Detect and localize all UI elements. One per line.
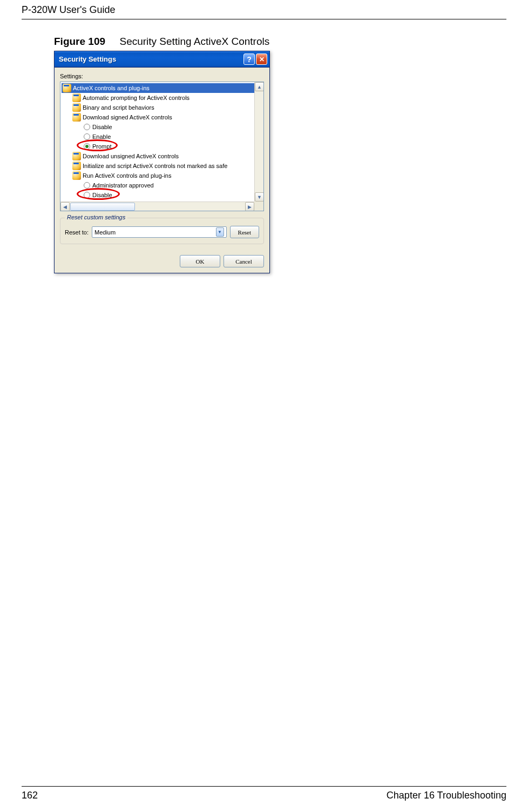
cancel-button-label: Cancel bbox=[235, 258, 252, 265]
cancel-button[interactable]: Cancel bbox=[224, 255, 264, 267]
tree-item-label: Binary and script behaviors bbox=[83, 104, 154, 111]
reset-button[interactable]: Reset bbox=[230, 226, 259, 238]
dialog-body: Settings: ActiveX controls and plug-ins … bbox=[55, 68, 269, 249]
help-button[interactable]: ? bbox=[243, 53, 255, 65]
tree-root-label: ActiveX controls and plug-ins bbox=[73, 85, 150, 91]
tree-item-label: Initialize and script ActiveX controls n… bbox=[83, 163, 227, 169]
figure-label: Figure 109 bbox=[54, 36, 105, 47]
scroll-right-icon[interactable]: ▶ bbox=[245, 202, 254, 211]
settings-label: Settings: bbox=[60, 73, 264, 79]
gear-icon bbox=[72, 152, 81, 160]
radio-option-prompt[interactable]: Prompt bbox=[62, 142, 254, 151]
scroll-left-icon[interactable]: ◀ bbox=[60, 202, 70, 211]
titlebar-buttons: ? ✕ bbox=[243, 53, 267, 65]
guide-title: P-320W User's Guide bbox=[22, 4, 116, 15]
gear-icon bbox=[72, 103, 81, 112]
gear-icon bbox=[72, 93, 81, 102]
radio-option[interactable]: Disable bbox=[62, 190, 254, 200]
figure-title: Security Setting ActiveX Controls bbox=[119, 36, 269, 47]
reset-to-combo[interactable]: Medium ▼ bbox=[92, 226, 227, 238]
vertical-scrollbar[interactable]: ▲ ▼ bbox=[254, 82, 263, 202]
scroll-corner bbox=[254, 202, 263, 211]
ok-button[interactable]: OK bbox=[180, 255, 220, 267]
gear-icon bbox=[72, 171, 81, 180]
reset-to-label: Reset to: bbox=[65, 229, 89, 236]
radio-label: Disable bbox=[92, 124, 112, 130]
tree-root[interactable]: ActiveX controls and plug-ins bbox=[62, 83, 254, 93]
close-button[interactable]: ✕ bbox=[256, 53, 267, 65]
gear-icon bbox=[72, 113, 81, 122]
radio-label: Disable bbox=[92, 192, 112, 198]
gear-icon bbox=[63, 84, 71, 92]
chevron-down-icon: ▼ bbox=[216, 227, 224, 237]
tree-item[interactable]: Binary and script behaviors bbox=[62, 103, 254, 112]
horizontal-scrollbar[interactable]: ◀ ▶ bbox=[60, 202, 263, 211]
tree-item[interactable]: Download unsigned ActiveX controls bbox=[62, 151, 254, 161]
page-header: P-320W User's Guide bbox=[22, 0, 506, 19]
settings-tree[interactable]: ActiveX controls and plug-ins Automatic … bbox=[60, 82, 264, 211]
chapter-title: Chapter 16 Troubleshooting bbox=[387, 790, 506, 801]
tree-content: ActiveX controls and plug-ins Automatic … bbox=[60, 82, 254, 202]
tree-item-label: Download unsigned ActiveX controls bbox=[83, 153, 179, 159]
scroll-up-icon[interactable]: ▲ bbox=[255, 82, 264, 91]
gear-icon bbox=[72, 162, 81, 170]
scroll-down-icon[interactable]: ▼ bbox=[255, 192, 264, 202]
radio-option[interactable]: Enable bbox=[62, 132, 254, 142]
ok-button-label: OK bbox=[196, 258, 205, 265]
page-footer: 162 Chapter 16 Troubleshooting bbox=[22, 786, 506, 801]
combo-value: Medium bbox=[94, 229, 116, 236]
reset-button-label: Reset bbox=[238, 229, 251, 236]
tree-item[interactable]: Automatic prompting for ActiveX controls bbox=[62, 93, 254, 103]
radio-option[interactable]: Administrator approved bbox=[62, 180, 254, 190]
radio-label: Enable bbox=[92, 133, 111, 140]
dialog-buttons: OK Cancel bbox=[55, 249, 269, 273]
radio-label: Prompt bbox=[92, 143, 111, 150]
titlebar: Security Settings ? ✕ bbox=[55, 51, 269, 68]
figure-caption: Figure 109 Security Setting ActiveX Cont… bbox=[54, 36, 474, 48]
radio-icon bbox=[84, 192, 90, 198]
radio-icon bbox=[84, 182, 90, 189]
window-title: Security Settings bbox=[58, 55, 243, 63]
reset-custom-settings-group: Reset custom settings Reset to: Medium ▼… bbox=[60, 218, 264, 244]
security-settings-dialog: Security Settings ? ✕ Settings: ActiveX … bbox=[54, 51, 270, 273]
tree-item-label: Download signed ActiveX controls bbox=[83, 114, 172, 120]
radio-icon-selected bbox=[84, 143, 90, 150]
tree-item[interactable]: Run ActiveX controls and plug-ins bbox=[62, 171, 254, 180]
radio-icon bbox=[84, 124, 90, 130]
page-number: 162 bbox=[22, 790, 38, 801]
scroll-thumb[interactable] bbox=[70, 203, 135, 211]
tree-item-label: Run ActiveX controls and plug-ins bbox=[83, 172, 171, 179]
page-content: Figure 109 Security Setting ActiveX Cont… bbox=[0, 19, 528, 273]
radio-icon bbox=[84, 133, 90, 140]
tree-item[interactable]: Download signed ActiveX controls bbox=[62, 112, 254, 122]
tree-item-label: Automatic prompting for ActiveX controls bbox=[83, 95, 189, 101]
tree-item[interactable]: Initialize and script ActiveX controls n… bbox=[62, 161, 254, 171]
radio-label: Administrator approved bbox=[92, 182, 154, 189]
reset-legend: Reset custom settings bbox=[65, 214, 127, 220]
radio-option[interactable]: Disable bbox=[62, 122, 254, 132]
